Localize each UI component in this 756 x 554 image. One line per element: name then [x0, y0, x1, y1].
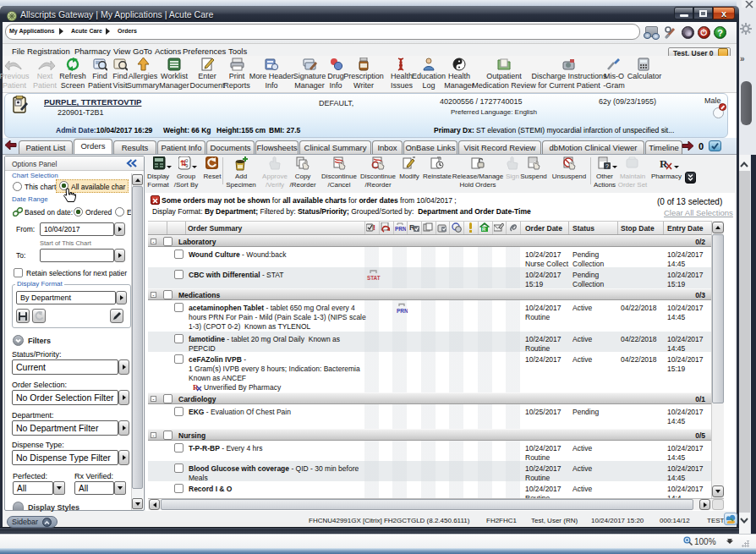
svg-text:!: ! [373, 223, 375, 232]
svg-text:?: ? [605, 163, 609, 169]
svg-text:PRN: PRN [395, 226, 406, 232]
svg-text:PRN: PRN [397, 308, 408, 314]
svg-text:STAT: STAT [367, 275, 381, 281]
svg-text:R: R [482, 227, 486, 232]
